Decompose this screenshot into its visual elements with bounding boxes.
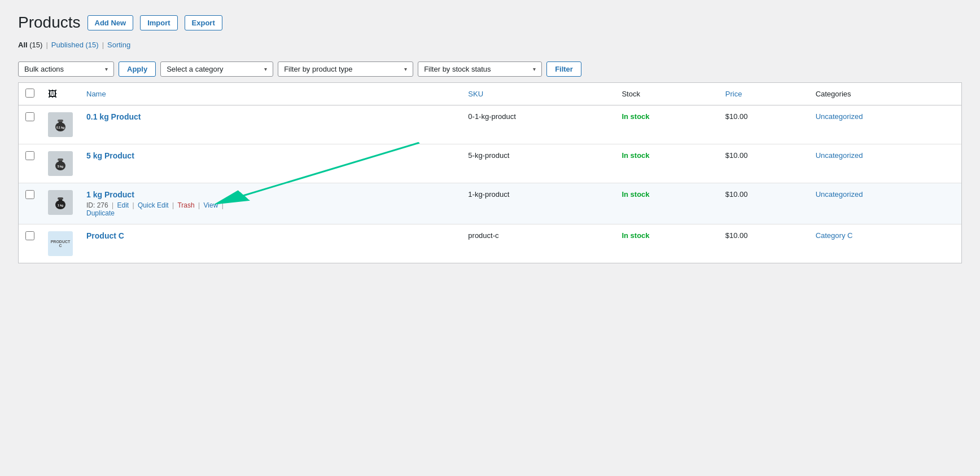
quick-edit-link-3[interactable]: Quick Edit — [138, 201, 169, 209]
filter-bar: Bulk actions ▾ Apply Select a category ▾… — [18, 56, 962, 82]
view-link-3[interactable]: View — [204, 201, 218, 209]
table-row: 0.1 kg 0.1 kg Product 0-1-kg-product In … — [19, 105, 961, 144]
kettlebell-icon: 1 kg — [50, 192, 71, 213]
image-col-icon: 🖼 — [48, 89, 57, 99]
sku-cell-1: 0-1-kg-product — [461, 105, 615, 144]
stock-status-chevron-icon: ▾ — [533, 66, 536, 72]
apply-button[interactable]: Apply — [119, 61, 156, 77]
import-button[interactable]: Import — [140, 15, 177, 30]
price-cell-3: $10.00 — [719, 183, 809, 224]
category-chevron-icon: ▾ — [264, 66, 267, 72]
stock-status-4: In stock — [622, 231, 649, 240]
category-select[interactable]: Select a category ▾ — [160, 61, 273, 77]
product-name-link-1[interactable]: 0.1 kg Product — [86, 112, 141, 121]
table-row: 1 kg 1 kg Product ID: 276 | Edit | Quick… — [19, 183, 961, 224]
categories-col-header: Categories — [816, 90, 851, 98]
published-filter-link[interactable]: Published (15) — [51, 41, 99, 49]
all-filter-label: All (15) — [18, 41, 42, 49]
row-checkbox-4[interactable] — [25, 231, 34, 240]
svg-rect-8 — [58, 158, 63, 161]
trash-link-3[interactable]: Trash — [177, 201, 194, 209]
row-actions-3: ID: 276 | Edit | Quick Edit | Trash | Vi… — [86, 201, 454, 217]
stock-status-select[interactable]: Filter by stock status ▾ — [418, 61, 542, 77]
table-row: 5 kg 5 kg Product 5-kg-product In stock … — [19, 144, 961, 183]
category-link-4[interactable]: Category C — [816, 231, 853, 240]
name-col-header[interactable]: Name — [86, 90, 106, 98]
page-header: Products Add New Import Export — [18, 14, 962, 32]
sku-cell-3: 1-kg-product — [461, 183, 615, 224]
category-link-3[interactable]: Uncategorized — [816, 190, 863, 199]
category-link-2[interactable]: Uncategorized — [816, 151, 863, 160]
products-table: 🖼 Name SKU Stock Price Catego — [19, 83, 961, 263]
table-row: PRODUCT C Product C product-c In stock $… — [19, 224, 961, 263]
bulk-actions-chevron-icon: ▾ — [105, 66, 108, 72]
product-image-1: 0.1 kg — [48, 112, 73, 137]
product-id-3: ID: 276 — [86, 201, 108, 209]
bulk-actions-select[interactable]: Bulk actions ▾ — [18, 61, 114, 77]
row-checkbox-1[interactable] — [25, 112, 34, 121]
products-table-wrapper: 🖼 Name SKU Stock Price Catego — [18, 82, 962, 263]
sku-cell-2: 5-kg-product — [461, 144, 615, 183]
product-image-4: PRODUCT C — [48, 231, 73, 256]
duplicate-link-3[interactable]: Duplicate — [86, 209, 115, 217]
product-type-chevron-icon: ▾ — [404, 66, 407, 72]
product-name-link-2[interactable]: 5 kg Product — [86, 151, 134, 160]
product-name-link-4[interactable]: Product C — [86, 231, 124, 240]
filter-button[interactable]: Filter — [546, 61, 581, 77]
svg-rect-3 — [58, 120, 63, 122]
sku-cell-4: product-c — [461, 224, 615, 263]
kettlebell-icon: 5 kg — [50, 153, 71, 174]
select-all-checkbox[interactable] — [25, 89, 34, 98]
row-checkbox-2[interactable] — [25, 151, 34, 160]
price-cell-2: $10.00 — [719, 144, 809, 183]
edit-link-3[interactable]: Edit — [117, 201, 129, 209]
price-col-header[interactable]: Price — [725, 90, 742, 98]
subheader: All (15) | Published (15) | Sorting — [18, 41, 962, 49]
stock-status-1: In stock — [622, 112, 649, 121]
products-table-container: 🖼 Name SKU Stock Price Catego — [18, 82, 962, 263]
sku-col-header[interactable]: SKU — [468, 90, 483, 98]
product-image-3: 1 kg — [48, 190, 73, 215]
price-cell-1: $10.00 — [719, 105, 809, 144]
page-title: Products — [18, 14, 81, 32]
product-image-2: 5 kg — [48, 151, 73, 176]
product-name-link-3[interactable]: 1 kg Product — [86, 190, 134, 199]
stock-status-2: In stock — [622, 151, 649, 160]
kettlebell-icon: 0.1 kg — [50, 114, 71, 135]
add-new-button[interactable]: Add New — [88, 15, 134, 30]
category-link-1[interactable]: Uncategorized — [816, 112, 863, 121]
svg-text:1 kg: 1 kg — [58, 204, 63, 207]
product-type-select[interactable]: Filter by product type ▾ — [278, 61, 413, 77]
row-checkbox-3[interactable] — [25, 190, 34, 199]
export-button[interactable]: Export — [185, 15, 222, 30]
price-cell-4: $10.00 — [719, 224, 809, 263]
svg-rect-13 — [58, 197, 63, 200]
svg-text:5 kg: 5 kg — [58, 165, 63, 168]
sorting-filter-link[interactable]: Sorting — [107, 41, 130, 49]
stock-col-header: Stock — [622, 90, 640, 98]
stock-status-3: In stock — [622, 190, 649, 199]
svg-text:0.1 kg: 0.1 kg — [56, 126, 64, 129]
